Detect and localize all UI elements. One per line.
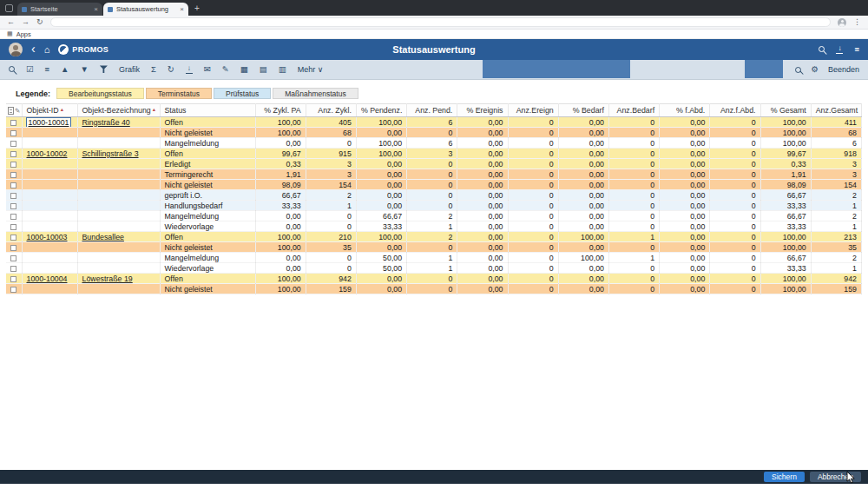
checkbox-cell: [6, 263, 22, 274]
row-checkbox[interactable]: [10, 203, 16, 209]
tab-close-icon[interactable]: ×: [94, 5, 98, 13]
row-checkbox[interactable]: [10, 130, 16, 136]
column-view-icon[interactable]: ▥: [279, 65, 286, 74]
column-header[interactable]: Objekt-Bezeichnung▴: [77, 104, 160, 117]
sort-descending-icon[interactable]: ▼: [80, 65, 88, 74]
row-checkbox[interactable]: [10, 193, 16, 199]
select-list-icon[interactable]: ☑: [26, 65, 34, 74]
objekt-bezeichnung-cell: [77, 211, 160, 221]
row-checkbox[interactable]: [10, 235, 16, 241]
table-row: Mangelmeldung0,00066,6720,0000,0000,0006…: [6, 211, 862, 221]
column-header[interactable]: Objekt-ID▴: [22, 104, 77, 117]
row-checkbox[interactable]: [10, 172, 16, 178]
column-header[interactable]: Anz. Zykl.: [306, 104, 356, 117]
row-view-icon[interactable]: ▤: [260, 65, 267, 74]
value-cell: 0: [508, 263, 558, 274]
value-cell: 100,00: [760, 128, 811, 138]
mail-icon[interactable]: ✉: [204, 65, 211, 74]
value-cell: 0: [508, 117, 558, 128]
row-checkbox[interactable]: [10, 120, 16, 126]
back-chevron-icon[interactable]: ‹: [31, 43, 36, 55]
column-header[interactable]: Status: [160, 104, 255, 117]
column-header[interactable]: Anz. Pend.: [407, 104, 457, 117]
value-cell: 0,00: [660, 232, 710, 242]
row-checkbox[interactable]: [10, 276, 16, 282]
shell-download-icon[interactable]: ↓: [836, 45, 843, 54]
back-icon[interactable]: ←: [7, 18, 15, 26]
browser-profile-icon[interactable]: [838, 18, 846, 27]
shell-search-icon[interactable]: [819, 46, 825, 52]
column-header[interactable]: % f.Abd.: [660, 104, 710, 117]
row-checkbox[interactable]: [10, 245, 16, 251]
row-checkbox[interactable]: [10, 266, 16, 272]
column-header[interactable]: Anz.Ereign: [508, 104, 558, 117]
promos-logo[interactable]: PROMOS: [58, 44, 108, 55]
column-header[interactable]: % Gesamt: [760, 104, 811, 117]
find-icon[interactable]: [9, 66, 15, 72]
objekt-bezeichnung-link[interactable]: Schillingstraße 3: [82, 149, 139, 158]
refresh-icon[interactable]: ↻: [168, 65, 174, 74]
row-checkbox[interactable]: [10, 287, 16, 293]
row-checkbox[interactable]: [10, 214, 16, 220]
tab-close-icon[interactable]: ×: [180, 5, 184, 13]
sort-ascending-icon[interactable]: ▲: [61, 65, 69, 74]
forward-icon[interactable]: →: [22, 18, 30, 26]
status-cell: Mangelmeldung: [160, 211, 255, 221]
row-checkbox[interactable]: [10, 224, 16, 230]
tab-search-icon[interactable]: [5, 4, 13, 12]
row-checkbox[interactable]: [10, 255, 16, 261]
row-checkbox[interactable]: [10, 151, 16, 157]
sort-indicator-icon: ▴: [153, 106, 155, 112]
details-list-icon[interactable]: ≡: [45, 65, 50, 74]
objekt-id-link[interactable]: 1000-10002: [27, 149, 68, 158]
apps-grid-icon[interactable]: ▦: [7, 30, 13, 37]
export-download-icon[interactable]: ↓: [186, 65, 193, 74]
user-avatar[interactable]: [9, 43, 23, 56]
objekt-bezeichnung-cell: [77, 253, 160, 263]
new-tab-button[interactable]: +: [194, 3, 200, 13]
grafik-button[interactable]: Grafik: [119, 65, 140, 74]
column-header[interactable]: % Zykl. PA: [255, 104, 306, 117]
value-cell: 0: [407, 242, 457, 253]
row-checkbox[interactable]: [10, 162, 16, 168]
objekt-bezeichnung-link[interactable]: Bundesallee: [82, 233, 124, 241]
browser-tab-startseite[interactable]: Startseite ×: [17, 3, 102, 16]
sichern-button[interactable]: Sichern: [764, 472, 805, 482]
value-cell: 0,00: [457, 159, 508, 169]
objekt-id-link[interactable]: 1000-10001: [27, 118, 71, 127]
grid-view-icon[interactable]: ▦: [240, 65, 248, 74]
column-header[interactable]: Anz.Bedarf: [608, 104, 659, 117]
mehr-button[interactable]: Mehr ∨: [298, 65, 324, 74]
objekt-id-link[interactable]: 1000-10003: [27, 233, 68, 241]
row-checkbox[interactable]: [10, 141, 16, 147]
toolbar-left-group: ☑≡▲▼GrafikΣ↻↓✉✎▦▤▥Mehr ∨: [9, 65, 323, 74]
column-header[interactable]: % Bedarf: [558, 104, 608, 117]
sum-icon[interactable]: Σ: [151, 65, 156, 74]
objekt-bezeichnung-link[interactable]: Löwestraße 19: [82, 274, 133, 283]
column-header[interactable]: % Pendenz.: [356, 104, 406, 117]
home-icon[interactable]: ⌂: [44, 45, 50, 55]
beenden-button[interactable]: Beenden: [828, 65, 859, 74]
select-all-header[interactable]: ✎: [6, 104, 22, 117]
value-cell: 1: [407, 263, 457, 274]
edit-icon[interactable]: ✎: [222, 65, 229, 74]
reload-icon[interactable]: ↻: [36, 18, 43, 26]
apps-label[interactable]: Apps: [16, 30, 31, 38]
objekt-bezeichnung-link[interactable]: Ringstraße 40: [82, 118, 130, 127]
toolbar-fill-panel: [483, 60, 630, 78]
legend-item-bearbeitungsstatus: Bearbeitungsstatus: [56, 88, 144, 99]
table-row: Nicht geleistet100,00350,0000,0000,0000,…: [6, 242, 862, 253]
column-header[interactable]: % Ereignis: [457, 104, 508, 117]
column-header[interactable]: Anz.f.Abd.: [710, 104, 760, 117]
objekt-id-cell: [22, 180, 77, 190]
objekt-id-link[interactable]: 1000-10004: [27, 274, 68, 283]
row-checkbox[interactable]: [10, 182, 16, 188]
browser-menu-icon[interactable]: ⋮: [853, 18, 861, 26]
address-bar[interactable]: [50, 17, 831, 27]
filter-icon[interactable]: [100, 65, 108, 73]
search-icon[interactable]: [795, 67, 801, 73]
browser-tab-statusauswertung[interactable]: Statusauswertung ×: [103, 3, 188, 16]
settings-gear-icon[interactable]: ⚙: [811, 65, 819, 74]
column-header[interactable]: Anz.Gesamt: [811, 104, 861, 117]
shell-menu-icon[interactable]: ≡: [854, 45, 859, 54]
